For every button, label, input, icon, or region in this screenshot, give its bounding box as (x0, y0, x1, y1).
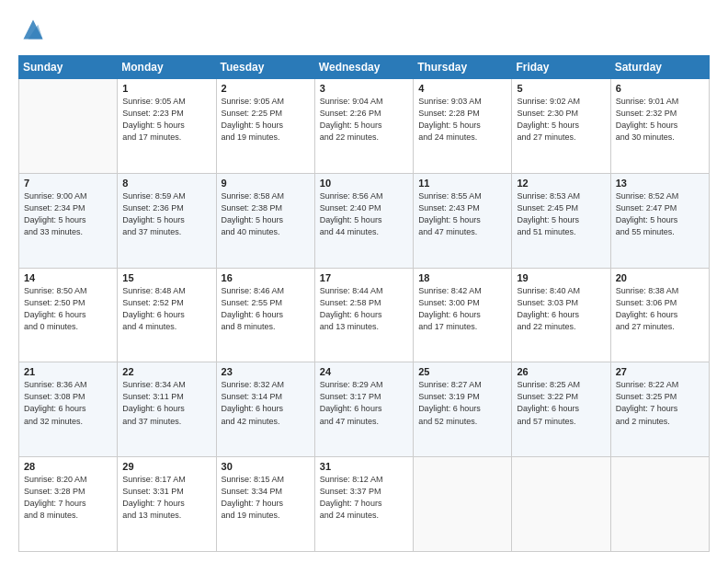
calendar-cell (610, 457, 709, 552)
day-number: 13 (616, 178, 704, 189)
calendar-cell: 27Sunrise: 8:22 AM Sunset: 3:25 PM Dayli… (610, 362, 709, 457)
day-info: Sunrise: 8:42 AM Sunset: 3:00 PM Dayligh… (418, 285, 506, 333)
day-info: Sunrise: 8:12 AM Sunset: 3:37 PM Dayligh… (320, 474, 408, 522)
day-number: 30 (222, 461, 310, 472)
calendar-cell: 23Sunrise: 8:32 AM Sunset: 3:14 PM Dayli… (216, 362, 314, 457)
calendar-cell: 31Sunrise: 8:12 AM Sunset: 3:37 PM Dayli… (314, 457, 413, 552)
day-info: Sunrise: 9:04 AM Sunset: 2:26 PM Dayligh… (320, 96, 408, 144)
calendar-cell: 24Sunrise: 8:29 AM Sunset: 3:17 PM Dayli… (314, 362, 413, 457)
day-number: 11 (418, 178, 506, 189)
logo-icon (20, 17, 46, 42)
header (18, 17, 710, 46)
day-number: 2 (222, 83, 310, 94)
calendar-cell: 4Sunrise: 9:03 AM Sunset: 2:28 PM Daylig… (414, 79, 512, 174)
day-info: Sunrise: 9:05 AM Sunset: 2:23 PM Dayligh… (122, 96, 210, 144)
weekday-header-wednesday: Wednesday (314, 56, 413, 79)
day-number: 18 (418, 272, 506, 283)
day-info: Sunrise: 8:34 AM Sunset: 3:11 PM Dayligh… (122, 379, 210, 427)
weekday-header-thursday: Thursday (414, 56, 512, 79)
calendar-cell: 8Sunrise: 8:59 AM Sunset: 2:36 PM Daylig… (118, 173, 216, 268)
day-number: 5 (517, 83, 605, 94)
day-info: Sunrise: 8:52 AM Sunset: 2:47 PM Dayligh… (616, 190, 704, 238)
calendar-cell: 28Sunrise: 8:20 AM Sunset: 3:28 PM Dayli… (19, 457, 118, 552)
day-info: Sunrise: 8:32 AM Sunset: 3:14 PM Dayligh… (222, 379, 310, 427)
calendar-cell: 10Sunrise: 8:56 AM Sunset: 2:40 PM Dayli… (314, 173, 413, 268)
day-info: Sunrise: 8:48 AM Sunset: 2:52 PM Dayligh… (122, 285, 210, 333)
day-number: 17 (320, 272, 408, 283)
day-number: 4 (418, 83, 506, 94)
calendar-cell (414, 457, 512, 552)
calendar-cell: 25Sunrise: 8:27 AM Sunset: 3:19 PM Dayli… (414, 362, 512, 457)
day-number: 15 (122, 272, 210, 283)
day-info: Sunrise: 8:44 AM Sunset: 2:58 PM Dayligh… (320, 285, 408, 333)
day-number: 31 (320, 461, 408, 472)
calendar-cell: 17Sunrise: 8:44 AM Sunset: 2:58 PM Dayli… (314, 268, 413, 362)
calendar-cell: 22Sunrise: 8:34 AM Sunset: 3:11 PM Dayli… (118, 362, 216, 457)
day-number: 21 (24, 366, 112, 377)
day-number: 28 (24, 461, 112, 472)
week-row-5: 28Sunrise: 8:20 AM Sunset: 3:28 PM Dayli… (19, 457, 710, 552)
day-info: Sunrise: 8:27 AM Sunset: 3:19 PM Dayligh… (418, 379, 506, 427)
calendar-cell: 12Sunrise: 8:53 AM Sunset: 2:45 PM Dayli… (512, 173, 610, 268)
page: SundayMondayTuesdayWednesdayThursdayFrid… (0, 0, 728, 563)
day-number: 27 (616, 366, 704, 377)
day-info: Sunrise: 8:58 AM Sunset: 2:38 PM Dayligh… (222, 190, 310, 238)
day-number: 23 (222, 366, 310, 377)
day-info: Sunrise: 9:03 AM Sunset: 2:28 PM Dayligh… (418, 96, 506, 144)
calendar-cell: 7Sunrise: 9:00 AM Sunset: 2:34 PM Daylig… (19, 173, 118, 268)
calendar-cell: 19Sunrise: 8:40 AM Sunset: 3:03 PM Dayli… (512, 268, 610, 362)
weekday-header-monday: Monday (118, 56, 216, 79)
calendar-cell: 18Sunrise: 8:42 AM Sunset: 3:00 PM Dayli… (414, 268, 512, 362)
day-number: 25 (418, 366, 506, 377)
weekday-header-sunday: Sunday (19, 56, 118, 79)
week-row-4: 21Sunrise: 8:36 AM Sunset: 3:08 PM Dayli… (19, 362, 710, 457)
calendar-cell: 6Sunrise: 9:01 AM Sunset: 2:32 PM Daylig… (610, 79, 709, 174)
day-number: 1 (122, 83, 210, 94)
day-info: Sunrise: 8:50 AM Sunset: 2:50 PM Dayligh… (24, 285, 112, 333)
calendar-cell: 1Sunrise: 9:05 AM Sunset: 2:23 PM Daylig… (118, 79, 216, 174)
logo (18, 17, 48, 46)
calendar-cell: 16Sunrise: 8:46 AM Sunset: 2:55 PM Dayli… (216, 268, 314, 362)
day-info: Sunrise: 8:46 AM Sunset: 2:55 PM Dayligh… (222, 285, 310, 333)
day-info: Sunrise: 8:17 AM Sunset: 3:31 PM Dayligh… (122, 474, 210, 522)
day-number: 29 (122, 461, 210, 472)
day-info: Sunrise: 9:01 AM Sunset: 2:32 PM Dayligh… (616, 96, 704, 144)
calendar-cell: 5Sunrise: 9:02 AM Sunset: 2:30 PM Daylig… (512, 79, 610, 174)
calendar-cell: 3Sunrise: 9:04 AM Sunset: 2:26 PM Daylig… (314, 79, 413, 174)
calendar-cell: 14Sunrise: 8:50 AM Sunset: 2:50 PM Dayli… (19, 268, 118, 362)
calendar-cell (19, 79, 118, 174)
weekday-header-saturday: Saturday (610, 56, 709, 79)
day-number: 24 (320, 366, 408, 377)
day-info: Sunrise: 8:20 AM Sunset: 3:28 PM Dayligh… (24, 474, 112, 522)
day-number: 9 (222, 178, 310, 189)
calendar-body: 1Sunrise: 9:05 AM Sunset: 2:23 PM Daylig… (19, 79, 710, 552)
weekday-header-tuesday: Tuesday (216, 56, 314, 79)
day-number: 20 (616, 272, 704, 283)
day-number: 7 (24, 178, 112, 189)
week-row-1: 1Sunrise: 9:05 AM Sunset: 2:23 PM Daylig… (19, 79, 710, 174)
day-info: Sunrise: 8:38 AM Sunset: 3:06 PM Dayligh… (616, 285, 704, 333)
day-number: 12 (517, 178, 605, 189)
calendar-cell: 2Sunrise: 9:05 AM Sunset: 2:25 PM Daylig… (216, 79, 314, 174)
day-info: Sunrise: 9:00 AM Sunset: 2:34 PM Dayligh… (24, 190, 112, 238)
calendar-cell: 13Sunrise: 8:52 AM Sunset: 2:47 PM Dayli… (610, 173, 709, 268)
week-row-3: 14Sunrise: 8:50 AM Sunset: 2:50 PM Dayli… (19, 268, 710, 362)
day-number: 8 (122, 178, 210, 189)
day-number: 16 (222, 272, 310, 283)
day-number: 10 (320, 178, 408, 189)
day-info: Sunrise: 8:40 AM Sunset: 3:03 PM Dayligh… (517, 285, 605, 333)
day-info: Sunrise: 8:53 AM Sunset: 2:45 PM Dayligh… (517, 190, 605, 238)
calendar-cell (512, 457, 610, 552)
weekday-header-row: SundayMondayTuesdayWednesdayThursdayFrid… (19, 56, 710, 79)
calendar-cell: 29Sunrise: 8:17 AM Sunset: 3:31 PM Dayli… (118, 457, 216, 552)
day-info: Sunrise: 8:59 AM Sunset: 2:36 PM Dayligh… (122, 190, 210, 238)
weekday-header-friday: Friday (512, 56, 610, 79)
day-info: Sunrise: 8:55 AM Sunset: 2:43 PM Dayligh… (418, 190, 506, 238)
calendar-cell: 30Sunrise: 8:15 AM Sunset: 3:34 PM Dayli… (216, 457, 314, 552)
day-info: Sunrise: 8:36 AM Sunset: 3:08 PM Dayligh… (24, 379, 112, 427)
calendar-cell: 11Sunrise: 8:55 AM Sunset: 2:43 PM Dayli… (414, 173, 512, 268)
calendar-cell: 9Sunrise: 8:58 AM Sunset: 2:38 PM Daylig… (216, 173, 314, 268)
day-info: Sunrise: 9:02 AM Sunset: 2:30 PM Dayligh… (517, 96, 605, 144)
day-info: Sunrise: 8:15 AM Sunset: 3:34 PM Dayligh… (222, 474, 310, 522)
day-info: Sunrise: 8:22 AM Sunset: 3:25 PM Dayligh… (616, 379, 704, 427)
